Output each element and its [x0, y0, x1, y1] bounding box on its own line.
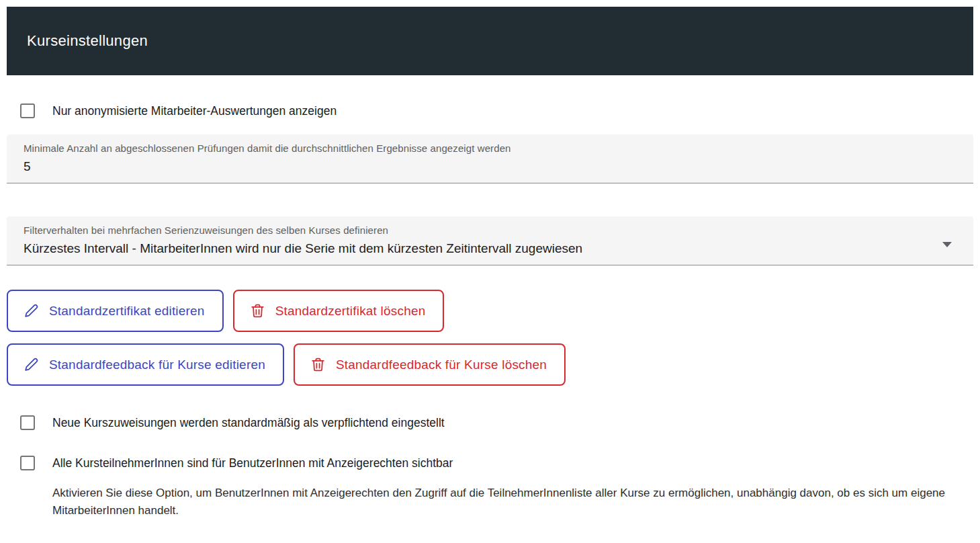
delete-certificate-button-label: Standardzertifikat löschen	[275, 304, 426, 319]
min-exams-field-label: Minimale Anzahl an abgeschlossenen Prüfu…	[24, 142, 933, 154]
page-header: Kurseinstellungen	[7, 7, 973, 75]
certificate-button-row: Standardzertifikat editieren Standardzer…	[7, 290, 973, 332]
pencil-icon	[23, 302, 40, 319]
mandatory-default-checkbox-label[interactable]: Neue Kurszuweisungen werden standardmäßi…	[52, 416, 445, 430]
anonymized-checkbox[interactable]	[20, 103, 35, 118]
min-exams-field[interactable]: Minimale Anzahl an abgeschlossenen Prüfu…	[7, 134, 973, 183]
edit-feedback-button[interactable]: Standardfeedback für Kurse editieren	[7, 343, 284, 386]
min-exams-input[interactable]: 5	[24, 159, 933, 174]
filter-behavior-selected-option[interactable]: Kürzestes Intervall - MitarbeiterInnen w…	[24, 241, 933, 256]
mandatory-default-checkbox[interactable]	[20, 415, 35, 430]
pencil-icon	[23, 356, 40, 373]
course-settings-page: Kurseinstellungen Nur anonymisierte Mita…	[0, 0, 980, 520]
delete-feedback-button[interactable]: Standardfeedback für Kurse löschen	[294, 343, 566, 386]
settings-form: Nur anonymisierte Mitarbeiter-Auswertung…	[7, 103, 973, 520]
filter-behavior-select-label: Filterverhalten bei mehrfachen Serienzuw…	[24, 224, 933, 236]
anonymized-setting-row[interactable]: Nur anonymisierte Mitarbeiter-Auswertung…	[7, 103, 973, 118]
caret-down-icon	[942, 242, 952, 247]
delete-feedback-button-label: Standardfeedback für Kurse löschen	[336, 358, 547, 372]
page-title: Kurseinstellungen	[27, 32, 148, 50]
trash-icon	[249, 302, 266, 319]
participants-visible-checkbox[interactable]	[20, 456, 35, 470]
edit-feedback-button-label: Standardfeedback für Kurse editieren	[49, 358, 265, 372]
participants-visible-hint: Aktivieren Sie diese Option, um Benutzer…	[7, 485, 973, 520]
participants-visible-checkbox-label[interactable]: Alle KursteilnehmerInnen sind für Benutz…	[52, 456, 453, 470]
mandatory-default-setting-row[interactable]: Neue Kurszuweisungen werden standardmäßi…	[7, 415, 973, 430]
delete-certificate-button[interactable]: Standardzertifikat löschen	[233, 290, 445, 332]
feedback-button-row: Standardfeedback für Kurse editieren Sta…	[7, 343, 973, 386]
anonymized-checkbox-label[interactable]: Nur anonymisierte Mitarbeiter-Auswertung…	[52, 104, 337, 118]
edit-certificate-button-label: Standardzertifikat editieren	[49, 304, 205, 319]
filter-behavior-select[interactable]: Filterverhalten bei mehrfachen Serienzuw…	[7, 216, 973, 265]
participants-visible-setting-row[interactable]: Alle KursteilnehmerInnen sind für Benutz…	[7, 456, 973, 470]
edit-certificate-button[interactable]: Standardzertifikat editieren	[7, 290, 224, 332]
trash-icon	[310, 356, 326, 373]
